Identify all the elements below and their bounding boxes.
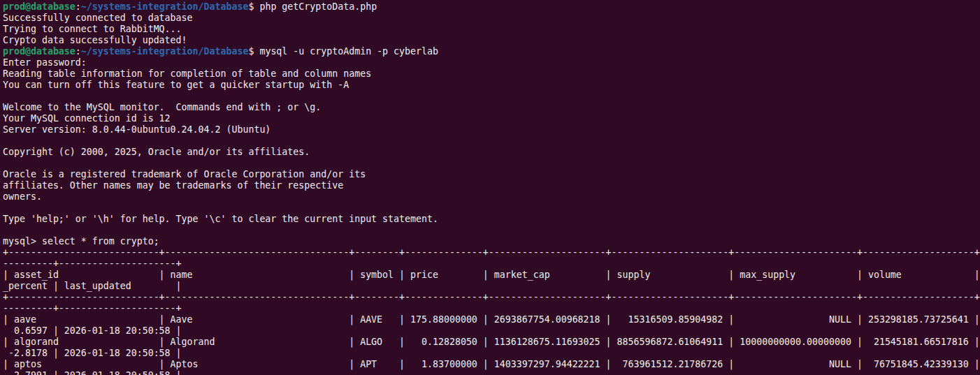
terminal-text: ---------+---------------------+ <box>3 303 182 314</box>
terminal-line: Enter password: <box>3 57 980 68</box>
terminal-text: Server version: 8.0.44-0ubuntu0.24.04.2 … <box>3 124 271 135</box>
terminal-text: : <box>75 1 81 12</box>
terminal-line: Welcome to the MySQL monitor. Commands e… <box>3 102 980 113</box>
terminal-text: You can turn off this feature to get a q… <box>3 80 349 90</box>
terminal-line: Type 'help;' or '\h' for help. Type '\c'… <box>3 214 980 225</box>
terminal-line: Copyright (c) 2000, 2025, Oracle and/or … <box>3 147 980 158</box>
terminal-text: affiliates. Other names may be trademark… <box>3 180 343 191</box>
terminal-line <box>3 225 980 236</box>
terminal-text: +---------------------------+-----------… <box>3 292 980 302</box>
terminal-line: Trying to connect to RabbitMQ... <box>3 24 980 35</box>
terminal-line: Reading table information for completion… <box>3 68 980 80</box>
terminal-text: Trying to connect to RabbitMQ... <box>3 24 182 34</box>
terminal-text: Welcome to the MySQL monitor. Commands e… <box>3 102 321 112</box>
terminal-line: Crypto data successfully updated! <box>3 35 980 46</box>
terminal-line: prod@database:~/systems-integration/Data… <box>3 1 980 13</box>
terminal-text: 2.7991 | 2026-01-18 20:50:58 | <box>3 370 182 375</box>
terminal-text: : <box>75 46 81 57</box>
terminal-text: | asset_id | name | symbol | price | mar… <box>3 270 980 280</box>
prompt-user-host: prod@database <box>3 1 75 12</box>
terminal-line: Successfully connected to database <box>3 13 980 24</box>
terminal-line <box>3 135 980 147</box>
terminal-line: | aptos | Aptos | APT | 1.83700000 | 140… <box>3 359 980 370</box>
terminal-line: ---------+---------------------+ <box>3 258 980 270</box>
terminal-text: Type 'help;' or '\h' for help. Type '\c'… <box>3 214 438 224</box>
terminal-line: +---------------------------+-----------… <box>3 247 980 258</box>
terminal-text: 0.6597 | 2026-01-18 20:50:58 | <box>3 325 182 336</box>
terminal-line: You can turn off this feature to get a q… <box>3 80 980 91</box>
terminal-line: 2.7991 | 2026-01-18 20:50:58 | <box>3 370 980 375</box>
terminal-text: $ mysql -u cryptoAdmin -p cyberlab <box>248 46 438 57</box>
terminal-line: affiliates. Other names may be trademark… <box>3 180 980 191</box>
terminal-text: Crypto data successfully updated! <box>3 35 187 45</box>
terminal-line: +---------------------------+-----------… <box>3 292 980 303</box>
terminal-line: mysql> select * from crypto; <box>3 236 980 247</box>
terminal-text: Successfully connected to database <box>3 13 193 23</box>
terminal-line <box>3 91 980 102</box>
terminal-text: _percent | last_updated | <box>3 281 182 291</box>
terminal-text: Copyright (c) 2000, 2025, Oracle and/or … <box>3 147 310 157</box>
terminal-text: | algorand | Algorand | ALGO | 0.1282805… <box>3 337 980 347</box>
terminal-screen[interactable]: prod@database:~/systems-integration/Data… <box>0 0 980 375</box>
prompt-path: ~/systems-integration/Database <box>81 1 249 12</box>
terminal-line: _percent | last_updated | <box>3 281 980 292</box>
terminal-line: Server version: 8.0.44-0ubuntu0.24.04.2 … <box>3 124 980 135</box>
terminal-text: -2.8178 | 2026-01-18 20:50:58 | <box>3 348 182 358</box>
terminal-text: +---------------------------+-----------… <box>3 247 980 258</box>
terminal-line: 0.6597 | 2026-01-18 20:50:58 | <box>3 325 980 337</box>
terminal-output: prod@database:~/systems-integration/Data… <box>0 0 980 375</box>
prompt-user-host: prod@database <box>3 46 75 57</box>
terminal-text: | aave | Aave | AAVE | 175.88000000 | 26… <box>3 314 980 325</box>
terminal-text: $ php getCryptoData.php <box>248 1 377 12</box>
terminal-text: owners. <box>3 191 42 202</box>
prompt-path: ~/systems-integration/Database <box>81 46 249 57</box>
terminal-line <box>3 203 980 214</box>
terminal-text: Enter password: <box>3 57 92 68</box>
terminal-line: | asset_id | name | symbol | price | mar… <box>3 270 980 281</box>
terminal-line: Your MySQL connection id is 12 <box>3 113 980 124</box>
terminal-text: ---------+---------------------+ <box>3 258 182 269</box>
terminal-line: | aave | Aave | AAVE | 175.88000000 | 26… <box>3 314 980 325</box>
terminal-line: ---------+---------------------+ <box>3 303 980 314</box>
terminal-line: Oracle is a registered trademark of Orac… <box>3 169 980 180</box>
terminal-text: Oracle is a registered trademark of Orac… <box>3 169 366 179</box>
terminal-line: prod@database:~/systems-integration/Data… <box>3 46 980 57</box>
terminal-line: owners. <box>3 191 980 203</box>
terminal-text: mysql> select * from crypto; <box>3 236 159 247</box>
terminal-line <box>3 158 980 169</box>
terminal-line: -2.8178 | 2026-01-18 20:50:58 | <box>3 348 980 359</box>
terminal-line: | algorand | Algorand | ALGO | 0.1282805… <box>3 337 980 348</box>
terminal-text: Reading table information for completion… <box>3 68 371 79</box>
terminal-text: | aptos | Aptos | APT | 1.83700000 | 140… <box>3 359 980 369</box>
terminal-text: Your MySQL connection id is 12 <box>3 113 171 124</box>
